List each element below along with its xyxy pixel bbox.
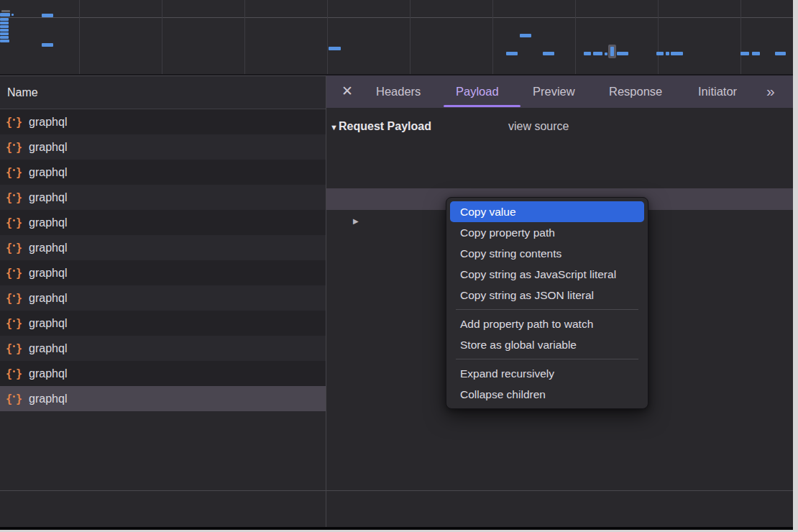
close-icon[interactable]: ✕: [341, 75, 353, 108]
request-row[interactable]: {}graphql: [0, 235, 326, 260]
collapse-triangle-icon[interactable]: ▼: [330, 118, 338, 137]
request-timing-bar: [0, 40, 9, 42]
request-name-label: graphql: [29, 242, 67, 254]
request-row[interactable]: {}graphql: [0, 285, 326, 311]
request-timing-bar: [666, 52, 669, 55]
request-timing-bar: [740, 52, 749, 55]
request-list-panel: Name {}graphql{}graphql{}graphql{}graphq…: [0, 75, 326, 527]
window-bottom-edge: [0, 527, 793, 530]
request-name-label: graphql: [29, 317, 67, 330]
overview-gridline: [79, 0, 80, 74]
request-timing-bar: [0, 32, 9, 35]
footer-divider: [0, 490, 793, 491]
context-menu-item[interactable]: Copy string as JavaScript literal: [450, 264, 644, 285]
json-icon: {}: [6, 242, 22, 254]
tab-payload[interactable]: Payload: [456, 75, 499, 108]
context-menu-item[interactable]: Copy string contents: [450, 243, 644, 264]
tab-response[interactable]: Response: [609, 75, 662, 108]
json-icon: {}: [6, 166, 22, 179]
request-row[interactable]: {}graphql: [0, 185, 326, 210]
json-icon: {}: [6, 393, 22, 405]
context-menu-item[interactable]: Copy value: [450, 201, 644, 222]
json-icon: {}: [6, 267, 22, 280]
details-tab-bar: ✕ » HeadersPayloadPreviewResponseInitiat…: [326, 75, 793, 108]
request-name-label: graphql: [29, 393, 67, 405]
json-icon: {}: [6, 317, 22, 330]
context-menu-item[interactable]: Add property path to watch: [450, 313, 644, 334]
more-tabs-icon[interactable]: »: [766, 75, 775, 108]
request-row[interactable]: {}graphql: [0, 311, 326, 336]
overview-gridline: [740, 0, 741, 74]
payload-preview-row[interactable]: ▼ {operationName: "ipFlowTimeseries", va…: [326, 145, 793, 167]
request-timing-bar: [0, 29, 9, 32]
json-icon: {}: [6, 116, 22, 129]
request-timing-bar: [0, 18, 9, 21]
menu-divider: [456, 359, 638, 359]
selected-request-marker-bar: [610, 47, 614, 56]
request-timing-bar: [42, 14, 53, 17]
json-icon: {}: [6, 216, 22, 229]
tab-headers[interactable]: Headers: [376, 75, 421, 108]
context-menu-item[interactable]: Copy property path: [450, 222, 644, 243]
request-timing-bar: [329, 47, 341, 50]
request-row[interactable]: {}graphql: [0, 210, 326, 235]
selected-request-marker: [608, 45, 616, 58]
context-menu-item[interactable]: Copy string as JSON literal: [450, 285, 644, 306]
request-timing-bar: [593, 52, 602, 55]
request-row[interactable]: {}graphql: [0, 109, 326, 134]
request-row[interactable]: {}graphql: [0, 336, 326, 361]
request-name-label: graphql: [29, 216, 67, 229]
request-timing-bar: [752, 52, 760, 55]
overview-gridline: [410, 0, 411, 74]
json-icon: {}: [6, 367, 22, 380]
request-name-label: graphql: [29, 292, 67, 305]
request-row[interactable]: {}graphql: [0, 386, 326, 411]
request-name-label: graphql: [29, 141, 67, 154]
request-timing-bar: [617, 52, 628, 55]
tab-initiator[interactable]: Initiator: [698, 75, 737, 108]
request-row[interactable]: {}graphql: [0, 260, 326, 285]
active-tab-underline: [444, 105, 520, 107]
request-timing-bar: [506, 52, 518, 55]
request-timing-bar: [775, 52, 786, 55]
overview-gridline: [327, 0, 328, 74]
request-timing-bar: [0, 25, 9, 28]
json-icon: {}: [6, 191, 22, 204]
devtools-window: Name {}graphql{}graphql{}graphql{}graphq…: [0, 0, 793, 530]
view-source-link[interactable]: view source: [508, 117, 569, 136]
expand-triangle-icon[interactable]: ▶: [353, 211, 359, 231]
request-name-label: graphql: [29, 267, 67, 280]
tab-preview[interactable]: Preview: [533, 75, 575, 108]
network-overview[interactable]: [0, 0, 793, 75]
context-menu-item[interactable]: Expand recursively: [450, 363, 644, 384]
menu-divider: [456, 309, 638, 310]
request-row[interactable]: {}graphql: [0, 134, 326, 160]
context-menu-item[interactable]: Store as global variable: [450, 334, 644, 355]
request-row[interactable]: {}graphql: [0, 160, 326, 185]
pending-request-bar: [1, 10, 10, 12]
json-icon: {}: [6, 342, 22, 355]
overview-gridline: [162, 0, 162, 74]
section-title: Request Payload: [339, 117, 431, 136]
request-name-label: graphql: [29, 116, 67, 129]
overview-gridline: [575, 0, 576, 74]
overview-gridline: [492, 0, 493, 74]
json-icon: {}: [6, 141, 22, 154]
request-timing-bar: [605, 52, 607, 55]
overview-gridline-horizontal: [0, 17, 793, 18]
request-list: {}graphql{}graphql{}graphql{}graphql{}gr…: [0, 109, 326, 411]
request-timing-bar: [0, 13, 10, 17]
context-menu-item[interactable]: Collapse children: [450, 384, 644, 405]
request-timing-bar: [0, 36, 9, 39]
devtools-screenshot: Name {}graphql{}graphql{}graphql{}graphq…: [0, 0, 798, 532]
request-timing-bar: [42, 43, 53, 47]
name-column-header[interactable]: Name: [0, 75, 326, 109]
request-timing-bar: [12, 14, 14, 16]
json-icon: {}: [6, 292, 22, 305]
property-row-operationname[interactable]: operationName: "ipFlowTimeseries": [326, 167, 793, 188]
request-timing-bar: [584, 52, 591, 55]
request-timing-bar: [0, 22, 9, 24]
request-name-label: graphql: [29, 166, 67, 179]
request-row[interactable]: {}graphql: [0, 361, 326, 386]
request-name-label: graphql: [29, 367, 67, 380]
